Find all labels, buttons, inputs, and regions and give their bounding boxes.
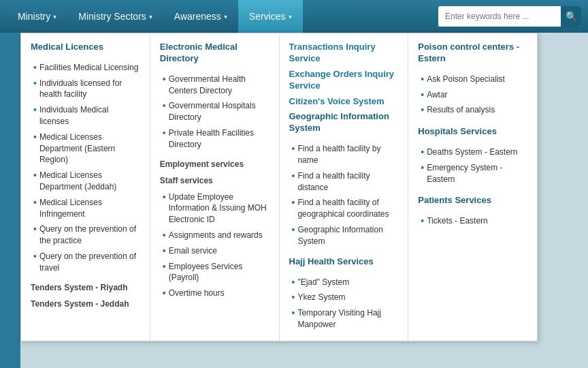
list-item[interactable]: Medical Licenses Department (Eastern Reg… bbox=[31, 129, 140, 168]
geo-info-title: Geographic Information System bbox=[289, 111, 399, 134]
list-item[interactable]: Employees Services (Payroll) bbox=[160, 259, 270, 286]
list-item[interactable]: Ykez System bbox=[289, 290, 399, 305]
list-item[interactable]: Private Health Facilities Directory bbox=[160, 125, 270, 153]
col-poison: Poison control centers - Estern Ask Pois… bbox=[408, 33, 537, 341]
patients-services-title: Patients Services bbox=[418, 195, 527, 206]
tenders-riyadh-title[interactable]: Tenders System - Riyadh bbox=[31, 283, 140, 292]
list-item[interactable]: Medical Licenses Department (Jeddah) bbox=[31, 168, 140, 195]
exchange-orders-link[interactable]: Exchange Orders Inquiry Service bbox=[289, 69, 399, 92]
list-item[interactable]: Emergency System - Eastern bbox=[418, 160, 527, 187]
tenders-jeddah-title[interactable]: Tenders System - Jeddah bbox=[31, 299, 140, 309]
list-item[interactable]: Overtime hours bbox=[160, 286, 270, 301]
list-item[interactable]: Update Employee Information & Issuing MO… bbox=[160, 189, 270, 228]
list-item[interactable]: Temporary Visiting Hajj Manpower bbox=[289, 305, 399, 333]
list-item[interactable]: Individuals Medical licenses bbox=[31, 102, 140, 129]
nav-services[interactable]: Services ▾ bbox=[238, 0, 303, 33]
list-item[interactable]: Ask Poison Specialist bbox=[418, 72, 527, 87]
staff-services-title[interactable]: Staff services bbox=[160, 176, 270, 185]
list-item[interactable]: Email service bbox=[160, 243, 270, 259]
list-item[interactable]: Query on the prevention of the practice bbox=[31, 221, 140, 249]
list-item[interactable]: Governmental Health Centers Directory bbox=[160, 72, 270, 99]
search-button[interactable]: 🔍 bbox=[561, 6, 581, 27]
list-item[interactable]: Awtar bbox=[418, 87, 527, 103]
list-item[interactable]: Medical Licenses Infringement bbox=[31, 195, 140, 222]
list-item[interactable]: Assignments and rewards bbox=[160, 228, 270, 243]
col-electronic-medical: Electronic Medical Directory Governmenta… bbox=[150, 33, 280, 341]
nav-awareness[interactable]: Awareness ▾ bbox=[163, 0, 238, 33]
transactions-inquiry-link[interactable]: Transactions Inquiry Service bbox=[289, 42, 399, 65]
chevron-down-icon: ▾ bbox=[289, 13, 292, 20]
list-item[interactable]: Geographic Information System bbox=[289, 222, 399, 249]
hajj-title: Hajj Health Services bbox=[289, 256, 399, 268]
list-item[interactable]: Find a health facility by name bbox=[289, 141, 399, 168]
chevron-down-icon: ▾ bbox=[53, 13, 56, 20]
list-item[interactable]: Governmental Hospitals Directory bbox=[160, 98, 270, 125]
employment-services-title[interactable]: Employment services bbox=[160, 159, 270, 169]
nav-ministry-sectors[interactable]: Ministry Sectors ▾ bbox=[67, 0, 163, 33]
col-transactions: Transactions Inquiry Service Exchange Or… bbox=[280, 33, 409, 341]
citizens-voice-link[interactable]: Citizen's Voice System bbox=[289, 96, 399, 108]
list-item[interactable]: Deaths System - Eastern bbox=[418, 144, 527, 160]
list-item[interactable]: Find a health facility of geographical c… bbox=[289, 195, 399, 222]
list-item[interactable]: "Ejad" System bbox=[289, 275, 399, 290]
nav-ministry[interactable]: Ministry ▾ bbox=[7, 0, 67, 33]
col2-title: Electronic Medical Directory bbox=[160, 42, 270, 65]
chevron-down-icon: ▾ bbox=[149, 13, 152, 20]
navbar: Ministry ▾ Ministry Sectors ▾ Awareness … bbox=[0, 0, 588, 33]
list-item[interactable]: Results of analysis bbox=[418, 102, 527, 118]
list-item[interactable]: Query on the prevention of travel bbox=[31, 249, 140, 276]
list-item[interactable]: Individuals licensed for health facility bbox=[31, 76, 140, 103]
list-item[interactable]: Tickets - Eastern bbox=[418, 213, 527, 229]
chevron-down-icon: ▾ bbox=[224, 13, 227, 20]
search-container: 🔍 bbox=[438, 6, 581, 27]
search-input[interactable] bbox=[438, 6, 561, 27]
poison-title: Poison control centers - Estern bbox=[418, 42, 527, 65]
list-item[interactable]: Facilities Medical Licensing bbox=[31, 60, 140, 76]
services-dropdown: Medical Licences Facilities Medical Lice… bbox=[20, 33, 538, 341]
col1-title: Medical Licences bbox=[31, 42, 140, 53]
list-item[interactable]: Find a health facility distance bbox=[289, 168, 399, 196]
col-medical-licences: Medical Licences Facilities Medical Lice… bbox=[21, 33, 150, 341]
hospitals-services-title: Hospitals Services bbox=[418, 126, 527, 138]
